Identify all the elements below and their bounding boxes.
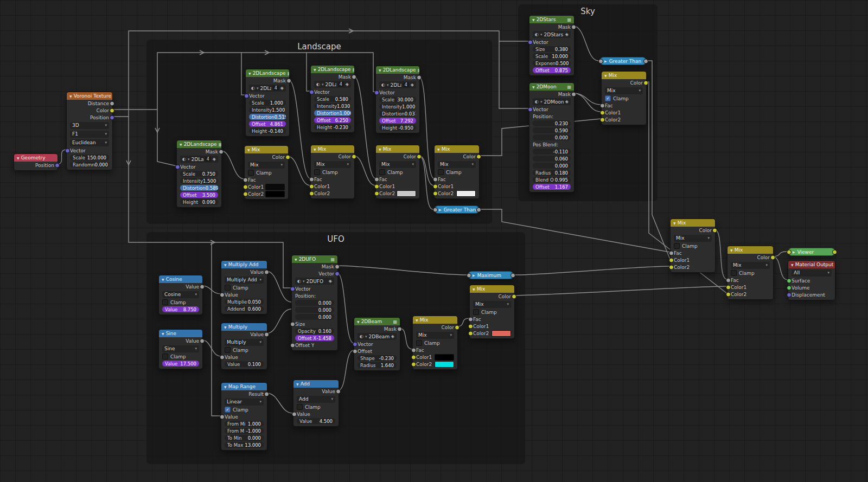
node-cosine[interactable]: ▼CosineValueCosine▾ClampValue8.750 bbox=[158, 275, 203, 315]
node-header[interactable]: ▼Mix bbox=[470, 285, 514, 293]
node-header[interactable]: ▼Mix bbox=[413, 316, 457, 324]
field-value[interactable]: Value8.750 bbox=[162, 306, 199, 312]
node-header[interactable]: ▼Mix bbox=[727, 246, 773, 254]
node-viewer[interactable]: ▶Viewer bbox=[788, 248, 835, 256]
checkbox-clamp[interactable] bbox=[473, 309, 479, 315]
socket-input-color2[interactable] bbox=[411, 362, 416, 367]
select-mix[interactable]: Mix▾ bbox=[731, 262, 770, 269]
socket-input-color2[interactable] bbox=[468, 331, 473, 336]
node-header[interactable]: ▼2DLandscape▦ bbox=[376, 66, 419, 74]
socket-input-displacement[interactable] bbox=[787, 292, 792, 297]
select-f1[interactable]: F1▾ bbox=[70, 131, 109, 138]
socket-output[interactable] bbox=[643, 59, 648, 63]
socket-input-color2[interactable] bbox=[726, 292, 731, 297]
field-scale[interactable]: Scale1.000 bbox=[249, 100, 286, 106]
field-to-min[interactable]: To Min0.000 bbox=[225, 435, 264, 441]
color-swatch-color1[interactable] bbox=[435, 354, 454, 361]
field-addend[interactable]: Addend0.600 bbox=[225, 306, 264, 312]
checkbox-clamp[interactable] bbox=[416, 340, 422, 346]
node-greater-than[interactable]: ▶Greater Than bbox=[434, 205, 480, 214]
vector-component-field[interactable]: 0.060 bbox=[533, 156, 571, 162]
socket-input-value[interactable] bbox=[220, 414, 225, 419]
socket-input[interactable] bbox=[787, 249, 792, 254]
select-multiply[interactable]: Multiply▾ bbox=[225, 339, 264, 346]
vector-component-field[interactable]: 0.230 bbox=[533, 120, 571, 126]
checkbox-clamp[interactable] bbox=[674, 243, 680, 249]
node-2dlandscape[interactable]: ▼2DLandscape▦Mask◐▾2DLa4◈VectorScale0.58… bbox=[310, 65, 355, 133]
socket-output-color[interactable] bbox=[643, 80, 648, 85]
socket-input-fac[interactable] bbox=[374, 177, 379, 182]
node-voronoi-texture[interactable]: ▼Voronoi TextureDistanceColorPosition3D▾… bbox=[66, 92, 113, 170]
node-material-output[interactable]: ▼Material OutputAll▾SurfaceVolumeDisplac… bbox=[788, 260, 835, 300]
socket-output-color[interactable] bbox=[512, 294, 516, 299]
checkbox-clamp[interactable]: ✓ bbox=[605, 95, 611, 101]
node-greater-than[interactable]: ▶Greater Than bbox=[599, 57, 647, 65]
socket-input-vector[interactable] bbox=[528, 40, 533, 44]
node-header[interactable]: ▼Sine bbox=[159, 330, 202, 337]
vector-component-field[interactable]: -0.110 bbox=[533, 149, 571, 155]
select-linear[interactable]: Linear▾ bbox=[225, 399, 264, 406]
field-scale[interactable]: Scale30.000 bbox=[379, 97, 416, 102]
socket-input-fac[interactable] bbox=[669, 250, 674, 255]
field-to-max[interactable]: To Max13.000 bbox=[225, 442, 264, 448]
node-mix[interactable]: ▼MixColorMix▾✓ClampFacColor1Color2 bbox=[601, 71, 647, 125]
socket-input-value[interactable] bbox=[220, 355, 225, 359]
field-scale[interactable]: Scale0.750 bbox=[180, 171, 218, 177]
node-2dmoon[interactable]: ▼2DMoon▦Mask◐▾2DMoon◈VectorPosition:0.23… bbox=[529, 82, 575, 192]
socket-output-value[interactable] bbox=[264, 269, 269, 274]
node-map-range[interactable]: ▼Map RangeResultLinear▾✓ClampValueFrom M… bbox=[221, 382, 267, 451]
select-mix[interactable]: Mix▾ bbox=[674, 235, 712, 242]
socket-input-color1[interactable] bbox=[374, 184, 379, 189]
select-mix[interactable]: Mix▾ bbox=[248, 162, 285, 169]
socket-output-color[interactable] bbox=[770, 255, 775, 260]
socket-output-mask[interactable] bbox=[397, 326, 402, 331]
field-offset[interactable]: Offset6.250 bbox=[314, 117, 351, 123]
select-all[interactable]: All▾ bbox=[792, 269, 832, 277]
select-cosine[interactable]: Cosine▾ bbox=[162, 291, 199, 298]
color-swatch-color2[interactable] bbox=[435, 361, 454, 368]
vector-component-field[interactable]: 0.000 bbox=[533, 134, 571, 140]
node-header[interactable]: ▼Add bbox=[293, 380, 339, 388]
node-mix[interactable]: ▼MixColorMix▾ClampFacColor1Color2 bbox=[670, 218, 716, 273]
socket-output-result[interactable] bbox=[264, 391, 269, 396]
node-2dbeam[interactable]: ▼2DBeam▦Mask◐▾2DBeam◈VectorOffsetShape-0… bbox=[354, 317, 400, 371]
socket-output-color[interactable] bbox=[455, 325, 459, 330]
node-header[interactable]: ▼Voronoi Texture bbox=[67, 92, 112, 100]
datablock-selector[interactable]: ◐▾2DLa4◈ bbox=[379, 81, 416, 88]
socket-input-fac[interactable] bbox=[411, 348, 416, 352]
node-2dstars[interactable]: ▼2DStars▦Mask◐▾2DStars◈VectorSize0.380Sc… bbox=[529, 15, 575, 76]
select-multiply-add[interactable]: Multiply Add▾ bbox=[225, 277, 264, 284]
node-multiply[interactable]: ▼MultiplyValueMultiply▾ClampValueValue0.… bbox=[221, 323, 267, 370]
socket-input[interactable] bbox=[598, 59, 603, 63]
field-size[interactable]: Size0.380 bbox=[533, 46, 571, 52]
socket-output-color[interactable] bbox=[110, 108, 114, 113]
datablock-selector[interactable]: ◐▾2DUFO◈ bbox=[295, 278, 334, 285]
socket-output-mask[interactable] bbox=[352, 74, 356, 79]
select-mix[interactable]: Mix▾ bbox=[473, 301, 511, 308]
node-2dufo[interactable]: ▼2DUFO▦MaskVector◐▾2DUFO◈VectorPosition:… bbox=[291, 255, 338, 351]
checkbox-clamp[interactable] bbox=[162, 354, 168, 359]
field-radius[interactable]: Radius1.640 bbox=[358, 362, 397, 368]
field-scale[interactable]: Scale0.580 bbox=[314, 96, 351, 102]
socket-input-value[interactable] bbox=[220, 292, 225, 297]
socket-input-color1[interactable] bbox=[309, 184, 314, 189]
node-header[interactable]: ▼Multiply bbox=[221, 323, 267, 331]
socket-output-color[interactable] bbox=[476, 154, 481, 159]
field-intensity[interactable]: Intensity1.030 bbox=[314, 103, 351, 109]
node-header[interactable]: ▼Material Output bbox=[788, 261, 835, 268]
socket-output[interactable] bbox=[510, 273, 515, 278]
field-value[interactable]: Value0.100 bbox=[225, 361, 264, 367]
node-add[interactable]: ▼AddValueAdd▾ClampValueValue4.500 bbox=[293, 380, 339, 427]
socket-output-mask[interactable] bbox=[286, 78, 291, 83]
field-offset[interactable]: Offset0.875 bbox=[533, 67, 571, 73]
field-distortion[interactable]: Distortion0.589 bbox=[180, 185, 218, 191]
socket-input-color2[interactable] bbox=[433, 191, 438, 196]
socket-output-position[interactable] bbox=[110, 115, 114, 120]
select-mix[interactable]: Mix▾ bbox=[438, 161, 476, 168]
socket-input-color2[interactable] bbox=[243, 191, 248, 196]
field-offset[interactable]: Offset3.500 bbox=[180, 192, 218, 198]
color-swatch-color2[interactable] bbox=[397, 190, 416, 197]
field-height[interactable]: Height-0.140 bbox=[249, 128, 286, 134]
socket-input-color1[interactable] bbox=[411, 355, 416, 359]
socket-output-color[interactable] bbox=[712, 228, 717, 233]
